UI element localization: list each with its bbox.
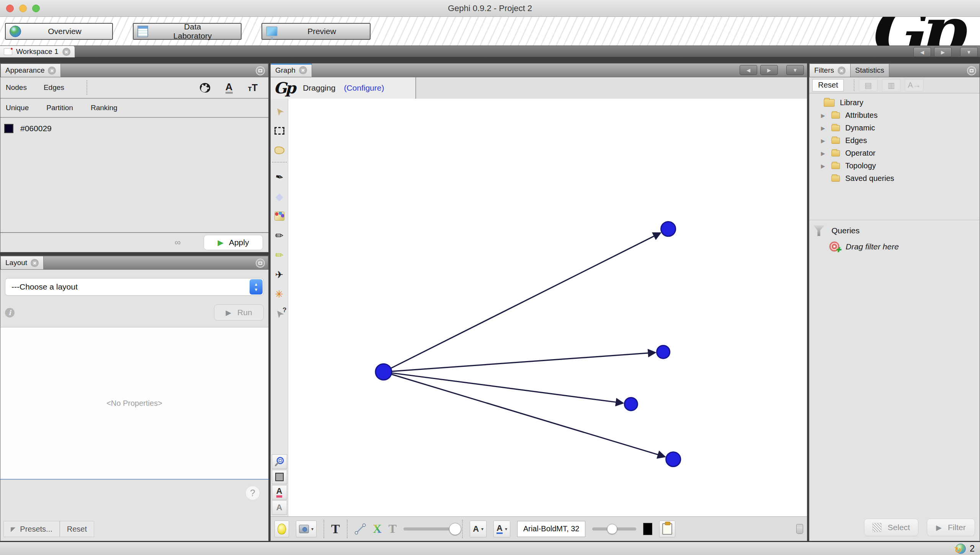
expand-arrow-icon[interactable]: ▶ bbox=[820, 163, 826, 169]
tab-unique[interactable]: Unique bbox=[6, 104, 29, 112]
statistics-tab[interactable]: Statistics bbox=[851, 64, 889, 77]
expand-arrow-icon[interactable]: ▶ bbox=[820, 150, 826, 156]
expand-arrow-icon[interactable]: ▶ bbox=[820, 125, 826, 131]
filter-button[interactable]: ▶ Filter bbox=[927, 519, 975, 536]
node-font-button[interactable]: A ▾ bbox=[470, 521, 487, 537]
label-color-button[interactable]: A ▾ bbox=[493, 521, 510, 537]
library-item-attributes[interactable]: ▶Attributes bbox=[812, 109, 980, 122]
show-edge-labels-button[interactable]: T bbox=[389, 522, 397, 536]
auto-apply-icon[interactable]: ∞ bbox=[175, 238, 181, 247]
library-item-saved-queries[interactable]: Saved queries bbox=[812, 172, 980, 185]
graph-node[interactable] bbox=[666, 452, 681, 467]
library-item-edges[interactable]: ▶Edges bbox=[812, 134, 980, 147]
collapse-toolbar-icon[interactable] bbox=[796, 524, 803, 534]
screenshot-dropdown-icon[interactable]: ▾ bbox=[311, 526, 314, 532]
run-button[interactable]: ▶ Run bbox=[214, 304, 264, 321]
graph-node[interactable] bbox=[661, 222, 676, 236]
library-item-topology[interactable]: ▶Topology bbox=[812, 160, 980, 172]
graph-node[interactable] bbox=[624, 397, 637, 410]
workspace-tab[interactable]: Workspace 1 × bbox=[0, 46, 75, 57]
graph-edge[interactable] bbox=[392, 353, 655, 371]
node-label-color-button[interactable]: A bbox=[272, 485, 287, 500]
workspace-close-icon[interactable]: × bbox=[62, 48, 70, 56]
drag-filter-dropzone[interactable]: ✚ Drag filter here bbox=[829, 241, 976, 252]
export-to-workspace-button[interactable]: ▥ bbox=[882, 79, 900, 91]
tab-partition[interactable]: Partition bbox=[46, 104, 73, 112]
node-pencil-tool-icon[interactable]: ✏ bbox=[272, 228, 287, 244]
overview-button[interactable]: Overview bbox=[5, 23, 113, 40]
color-palette-icon[interactable] bbox=[200, 83, 210, 93]
graph-prev-button[interactable]: ◀ bbox=[740, 65, 757, 75]
appearance-maximize-icon[interactable] bbox=[256, 66, 265, 75]
workspace-next-button[interactable]: ▶ bbox=[934, 47, 952, 57]
direct-selection-tool-icon[interactable]: ➤ bbox=[272, 103, 287, 119]
layout-help-button[interactable]: ? bbox=[245, 486, 260, 500]
graph-list-button[interactable]: ▼ bbox=[786, 65, 804, 75]
layout-tab[interactable]: Layout × bbox=[1, 256, 44, 269]
heat-map-tool-icon[interactable]: ✳ bbox=[272, 286, 287, 302]
layout-info-icon[interactable]: i bbox=[5, 308, 15, 317]
library-root-row[interactable]: Library bbox=[812, 96, 980, 109]
layout-reset-button[interactable]: Reset bbox=[60, 521, 94, 537]
configure-link[interactable]: (Configure) bbox=[344, 83, 384, 93]
edge-label-color-button[interactable]: A bbox=[272, 500, 287, 515]
label-size-slider[interactable] bbox=[592, 527, 636, 531]
label-size-icon[interactable]: тT bbox=[248, 82, 258, 93]
graph-svg[interactable] bbox=[288, 99, 807, 516]
rectangle-selection-tool-icon[interactable] bbox=[272, 123, 287, 139]
tab-nodes[interactable]: Nodes bbox=[6, 83, 27, 92]
edge-visibility-icon[interactable] bbox=[354, 523, 366, 535]
update-globe-icon[interactable]: ↻ bbox=[956, 544, 966, 554]
graph-tab[interactable]: Graph × bbox=[271, 63, 312, 77]
graph-edge[interactable] bbox=[391, 374, 665, 457]
library-item-dynamic[interactable]: ▶Dynamic bbox=[812, 122, 980, 134]
graph-node[interactable] bbox=[376, 364, 392, 380]
appearance-close-icon[interactable]: × bbox=[48, 67, 56, 75]
edge-weight-slider[interactable] bbox=[403, 527, 455, 531]
painter-tool-icon[interactable]: ✒ bbox=[272, 169, 287, 185]
graph-edge[interactable] bbox=[392, 373, 623, 403]
expand-arrow-icon[interactable]: ▶ bbox=[820, 112, 826, 119]
filters-tab[interactable]: Filters × bbox=[810, 64, 851, 77]
workspace-list-button[interactable]: ▼ bbox=[960, 47, 978, 57]
layout-maximize-icon[interactable] bbox=[256, 259, 265, 268]
workspace-prev-button[interactable]: ◀ bbox=[913, 47, 931, 57]
brush-tool-icon[interactable] bbox=[272, 208, 287, 224]
label-attributes-button[interactable] bbox=[659, 521, 675, 537]
expand-arrow-icon[interactable]: ▶ bbox=[820, 138, 826, 144]
font-field[interactable]: Arial-BoldMT, 32 bbox=[517, 521, 585, 537]
edge-weight-slider-thumb[interactable] bbox=[449, 523, 461, 535]
filters-maximize-icon[interactable] bbox=[967, 66, 976, 75]
layout-close-icon[interactable]: × bbox=[31, 259, 39, 267]
show-hierarchy-button[interactable] bbox=[274, 521, 289, 537]
appearance-tab[interactable]: Appearance × bbox=[1, 64, 61, 77]
select-button[interactable]: Select bbox=[864, 519, 918, 536]
export-filtered-graph-button[interactable]: ▤ bbox=[859, 79, 877, 91]
apply-button[interactable]: ▶ Apply bbox=[204, 235, 263, 250]
edge-color-mode-icon[interactable]: X bbox=[373, 522, 382, 536]
show-node-labels-button[interactable]: T bbox=[331, 522, 340, 536]
library-item-operator[interactable]: ▶Operator bbox=[812, 147, 980, 160]
edit-tool-icon[interactable]: ➤? bbox=[272, 306, 287, 322]
drag-tool-icon[interactable] bbox=[272, 142, 287, 158]
preview-button[interactable]: Preview bbox=[261, 23, 371, 40]
label-color-icon[interactable]: A bbox=[225, 82, 233, 94]
screenshot-button[interactable]: ▾ bbox=[296, 521, 317, 537]
background-color-button[interactable] bbox=[272, 470, 287, 484]
graph-edge[interactable] bbox=[391, 233, 660, 368]
sizer-tool-icon[interactable]: ◆ bbox=[272, 189, 287, 205]
graph-node[interactable] bbox=[657, 345, 670, 358]
graph-canvas[interactable] bbox=[288, 99, 807, 516]
center-graph-button[interactable] bbox=[272, 454, 287, 469]
edge-pencil-tool-icon[interactable]: ✏ bbox=[272, 247, 287, 263]
label-size-slider-thumb[interactable] bbox=[607, 524, 617, 534]
color-swatch[interactable] bbox=[4, 124, 13, 133]
filters-close-icon[interactable]: × bbox=[838, 67, 846, 75]
filters-reset-button[interactable]: Reset bbox=[812, 79, 844, 91]
tab-ranking[interactable]: Ranking bbox=[91, 104, 118, 112]
default-label-color-swatch[interactable] bbox=[643, 523, 652, 535]
export-to-column-button[interactable]: A→ bbox=[905, 79, 923, 91]
tab-edges[interactable]: Edges bbox=[44, 83, 64, 92]
presets-button[interactable]: ◤ Presets... bbox=[3, 521, 60, 537]
shortest-path-tool-icon[interactable]: ✈ bbox=[272, 267, 287, 283]
